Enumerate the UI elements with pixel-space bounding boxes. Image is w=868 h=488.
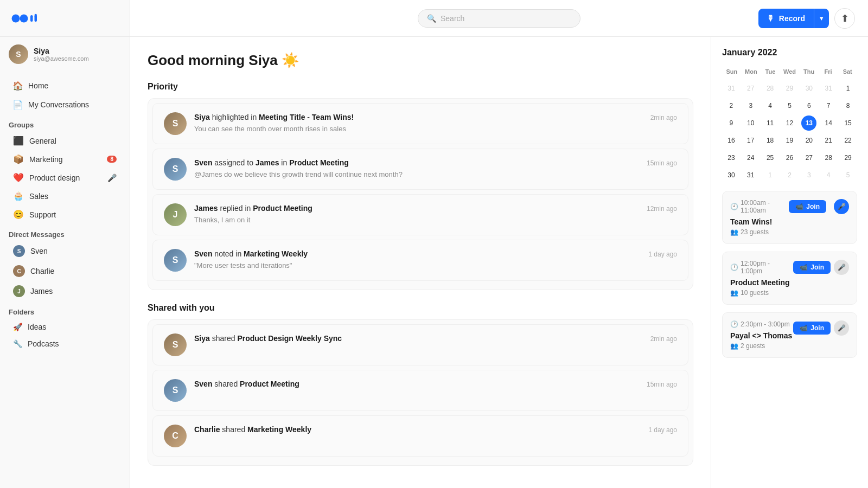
shared-item-1[interactable]: S Sven shared Product Meeting 15min ago	[152, 370, 688, 411]
search-icon: 🔍	[427, 14, 436, 23]
cal-date[interactable]: 11	[763, 115, 778, 131]
sidebar-item-my-conversations[interactable]: 📄 My Conversations	[4, 95, 125, 114]
cal-date[interactable]: 22	[840, 133, 856, 148]
sidebar-item-podcasts[interactable]: 🔧 Podcasts	[4, 336, 125, 352]
dm-section-header: Direct Messages	[0, 224, 130, 241]
cal-date[interactable]: 31	[743, 168, 758, 183]
cal-date[interactable]: 4	[763, 98, 778, 113]
cal-date[interactable]: 17	[743, 133, 758, 148]
search-bar[interactable]: 🔍 Search	[418, 9, 580, 28]
folder-ideas-label: Ideas	[28, 323, 46, 331]
cal-date[interactable]: 4	[821, 168, 836, 183]
record-dropdown-button[interactable]: ▾	[814, 9, 829, 28]
sidebar-item-home[interactable]: 🏠 Home	[4, 76, 125, 95]
cal-date[interactable]: 29	[782, 81, 797, 96]
cal-date[interactable]: 7	[821, 98, 836, 113]
cal-date-today[interactable]: 13	[801, 115, 816, 131]
cal-date[interactable]: 15	[840, 115, 856, 131]
sidebar-item-ideas[interactable]: 🚀 Ideas	[4, 319, 125, 335]
cal-date[interactable]: 5	[840, 168, 856, 183]
sidebar-item-support-label: Support	[29, 210, 56, 219]
meeting-join-button-0[interactable]: 📹 Join	[789, 200, 826, 213]
sidebar-item-dm-charlie[interactable]: C Charlie	[4, 261, 125, 281]
priority-time-1: 15min ago	[647, 159, 677, 167]
svg-point-4	[35, 14, 37, 16]
priority-avatar-1: S	[164, 158, 187, 181]
cal-date[interactable]: 25	[763, 150, 778, 165]
priority-text-1: Sven assigned to James in Product Meetin…	[194, 158, 349, 169]
cal-date[interactable]: 14	[821, 115, 836, 131]
cal-date[interactable]: 31	[724, 81, 739, 96]
sidebar-item-dm-james[interactable]: J James	[4, 281, 125, 301]
cal-date[interactable]: 19	[782, 133, 797, 148]
cal-date[interactable]: 2	[782, 168, 797, 183]
sidebar-item-product-design[interactable]: ❤️ Product design 🎤	[4, 169, 125, 187]
meeting-mic-button-1[interactable]: 🎤	[834, 260, 849, 275]
calendar-header: Sun Mon Tue Wed Thu Fri Sat	[722, 66, 857, 77]
meeting-mic-button-2[interactable]: 🎤	[834, 320, 849, 336]
cal-date[interactable]: 30	[724, 168, 739, 183]
meeting-mic-button-0[interactable]: 🎤	[834, 199, 849, 214]
priority-sub-3: "More user tests and iterations"	[194, 261, 677, 269]
cal-date[interactable]: 20	[801, 133, 816, 148]
dm-avatar-james: J	[13, 285, 25, 297]
cal-date[interactable]: 8	[840, 98, 856, 113]
cal-date[interactable]: 23	[724, 150, 739, 165]
guests-icon-2: 👥	[730, 342, 738, 350]
meeting-guests-2: 👥 2 guests	[730, 342, 793, 350]
cal-date[interactable]: 27	[743, 81, 758, 96]
cal-date[interactable]: 31	[821, 81, 836, 96]
clock-icon-1: 🕛	[730, 264, 738, 271]
shared-time-1: 15min ago	[647, 381, 677, 388]
priority-item-1[interactable]: S Sven assigned to James in Product Meet…	[152, 149, 688, 190]
record-button[interactable]: 🎙 Record	[758, 9, 814, 28]
cal-date[interactable]: 2	[724, 98, 739, 113]
shared-item-0[interactable]: S Siya shared Product Design Weekly Sync…	[152, 324, 688, 365]
cal-date[interactable]: 1	[840, 81, 856, 96]
sidebar-item-marketing[interactable]: 📦 Marketing 8	[4, 150, 125, 168]
cal-date[interactable]: 24	[743, 150, 758, 165]
priority-item-2[interactable]: J James replied in Product Meeting 12min…	[152, 194, 688, 235]
meeting-join-button-2[interactable]: 📹 Join	[793, 322, 831, 335]
priority-item-0[interactable]: S Siya highlighted in Meeting Title - Te…	[152, 103, 688, 144]
cal-date[interactable]: 29	[840, 150, 856, 165]
sidebar-item-marketing-label: Marketing	[29, 155, 62, 164]
cal-date[interactable]: 5	[782, 98, 797, 113]
marketing-badge: 8	[107, 156, 117, 163]
content-area: Good morning Siya ☀️ Priority S Siya hig…	[130, 37, 868, 488]
upload-icon: ⬆	[841, 12, 849, 24]
user-profile[interactable]: S Siya siya@awesome.com	[0, 37, 130, 72]
cal-date[interactable]: 6	[801, 98, 816, 113]
meeting-card-1: 🕛 12:00pm - 1:00pm Product Meeting 👥 10 …	[722, 252, 857, 305]
cal-date[interactable]: 12	[782, 115, 797, 131]
cal-date[interactable]: 30	[801, 81, 816, 96]
cal-date[interactable]: 16	[724, 133, 739, 148]
cal-date[interactable]: 26	[782, 150, 797, 165]
meeting-guests-0: 👥 23 guests	[730, 228, 789, 236]
cal-date[interactable]: 28	[821, 150, 836, 165]
priority-item-3[interactable]: S Sven noted in Marketing Weekly 1 day a…	[152, 240, 688, 281]
cal-date[interactable]: 3	[743, 98, 758, 113]
video-icon-1: 📹	[800, 264, 808, 271]
upload-button[interactable]: ⬆	[834, 8, 855, 29]
priority-text-0: Siya highlighted in Meeting Title - Team…	[194, 112, 354, 123]
cal-date[interactable]: 27	[801, 150, 816, 165]
meeting-join-button-1[interactable]: 📹 Join	[793, 261, 831, 274]
sidebar-item-support[interactable]: 😊 Support	[4, 206, 125, 223]
priority-text-2: James replied in Product Meeting	[194, 203, 312, 214]
cal-date[interactable]: 28	[763, 81, 778, 96]
sidebar-item-general[interactable]: ⬛ General	[4, 132, 125, 150]
cal-date[interactable]: 9	[724, 115, 739, 131]
svg-rect-2	[30, 15, 33, 22]
shared-item-2[interactable]: C Charlie shared Marketing Weekly 1 day …	[152, 415, 688, 457]
cal-date[interactable]: 3	[801, 168, 816, 183]
conversations-icon: 📄	[13, 100, 23, 110]
meeting-title-2: Payal <> Thomas	[730, 331, 793, 340]
sidebar-item-dm-sven[interactable]: S Sven	[4, 241, 125, 261]
cal-date[interactable]: 21	[821, 133, 836, 148]
cal-date[interactable]: 10	[743, 115, 758, 131]
cal-date[interactable]: 1	[763, 168, 778, 183]
sidebar-item-sales[interactable]: 🧁 Sales	[4, 187, 125, 205]
avatar: S	[9, 44, 28, 64]
cal-date[interactable]: 18	[763, 133, 778, 148]
